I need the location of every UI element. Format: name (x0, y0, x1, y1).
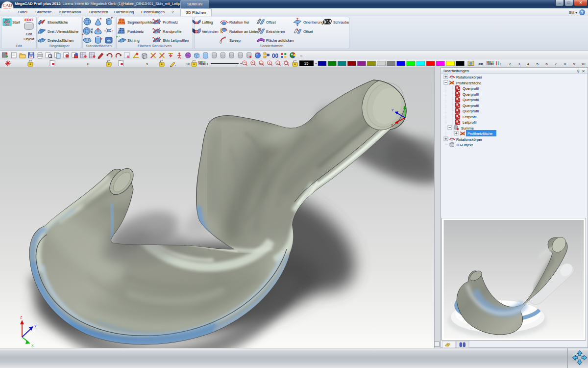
svg-text:CAD: CAD (5, 24, 10, 26)
svg-text:Drei-/Viereckfläche: Drei-/Viereckfläche (48, 29, 78, 34)
svg-text:Rotationskörper: Rotationskörper (456, 137, 482, 142)
svg-text:Querprofil: Querprofil (463, 109, 479, 113)
svg-text:4: 4 (527, 62, 529, 66)
svg-text:Querprofil: Querprofil (463, 92, 479, 97)
svg-text:3: 3 (518, 62, 520, 66)
svg-text:Leitprofil: Leitprofil (463, 120, 477, 125)
svg-text:Sweep: Sweep (229, 38, 241, 43)
svg-text:6: 6 (545, 62, 547, 66)
svg-text:8: 8 (564, 62, 566, 66)
svg-text:Edit: Edit (26, 32, 33, 36)
svg-text:9: 9 (146, 62, 148, 66)
svg-text:9: 9 (573, 62, 575, 66)
svg-text:H: H (30, 55, 32, 58)
svg-text:Querprofil: Querprofil (463, 86, 479, 91)
svg-text:X: X (391, 124, 393, 127)
svg-text:Segmentpunkte: Segmentpunkte (127, 20, 153, 25)
svg-text:##: ## (479, 62, 483, 66)
svg-text:Randprofile: Randprofile (163, 29, 181, 34)
svg-text:5: 5 (537, 62, 539, 66)
svg-text:Skining: Skining (127, 38, 140, 43)
svg-text:Offset: Offset (303, 29, 314, 34)
svg-text:10: 10 (581, 62, 585, 66)
svg-text:Orientierung: Orientierung (303, 20, 323, 25)
svg-text:Dreiecksflächen: Dreiecksflächen (48, 38, 74, 43)
svg-text:Offset: Offset (266, 20, 276, 25)
svg-text:Start: Start (12, 20, 21, 25)
svg-text:Leitprofil: Leitprofil (463, 115, 477, 119)
svg-text:Summe: Summe (461, 126, 474, 131)
svg-text:OPGL: OPGL (255, 52, 261, 54)
svg-text:7: 7 (555, 62, 557, 66)
svg-text:0: 0 (87, 62, 89, 66)
svg-text:00: 00 (272, 53, 278, 59)
svg-text:Verbinden: Verbinden (202, 29, 219, 34)
svg-text:=: = (300, 53, 302, 58)
svg-text:Y: Y (34, 324, 37, 328)
svg-text:Ebenefläche: Ebenefläche (48, 20, 68, 25)
svg-text:+: + (269, 61, 270, 65)
svg-text::: : (175, 62, 176, 67)
svg-text:Schraube: Schraube (333, 20, 349, 25)
svg-text:Querprofil: Querprofil (463, 98, 479, 102)
svg-text:Skin Leitprofilen: Skin Leitprofilen (163, 38, 189, 43)
svg-text:Extrahieren: Extrahieren (266, 29, 285, 34)
svg-text:Profilnetz: Profilnetz (163, 20, 178, 25)
svg-text:++: ++ (259, 62, 263, 65)
svg-text:X: X (31, 344, 34, 347)
svg-text:Y: Y (392, 108, 394, 112)
svg-text:Lofting: Lofting (202, 20, 213, 25)
svg-text:CAD: CAD (2, 3, 12, 8)
svg-text:Punktnetz: Punktnetz (127, 29, 144, 34)
svg-text:Querprofil: Querprofil (463, 104, 479, 108)
svg-text:3D-Objekt: 3D-Objekt (456, 143, 473, 147)
svg-text:Z: Z (20, 315, 23, 319)
svg-text:Profilnetzfläche: Profilnetzfläche (456, 81, 481, 85)
svg-text:15: 15 (304, 61, 309, 66)
svg-text:1: 1 (500, 62, 502, 66)
svg-text:2: 2 (509, 62, 511, 66)
svg-text:Rotation frei: Rotation frei (229, 20, 249, 25)
svg-text:01: 01 (187, 62, 191, 66)
svg-text:Fläche aufdicken: Fläche aufdicken (266, 38, 294, 43)
svg-text:EDIT: EDIT (24, 18, 33, 22)
svg-text:Profilnetzfläche: Profilnetzfläche (467, 131, 492, 136)
svg-text:R: R (91, 31, 93, 34)
svg-text:Rotation an Linie: Rotation an Linie (229, 29, 257, 34)
svg-text:Objekt: Objekt (24, 37, 35, 41)
svg-text:Rotationskörper: Rotationskörper (456, 75, 482, 79)
svg-text:A: A (126, 54, 129, 59)
svg-text:1: 1 (206, 62, 208, 66)
